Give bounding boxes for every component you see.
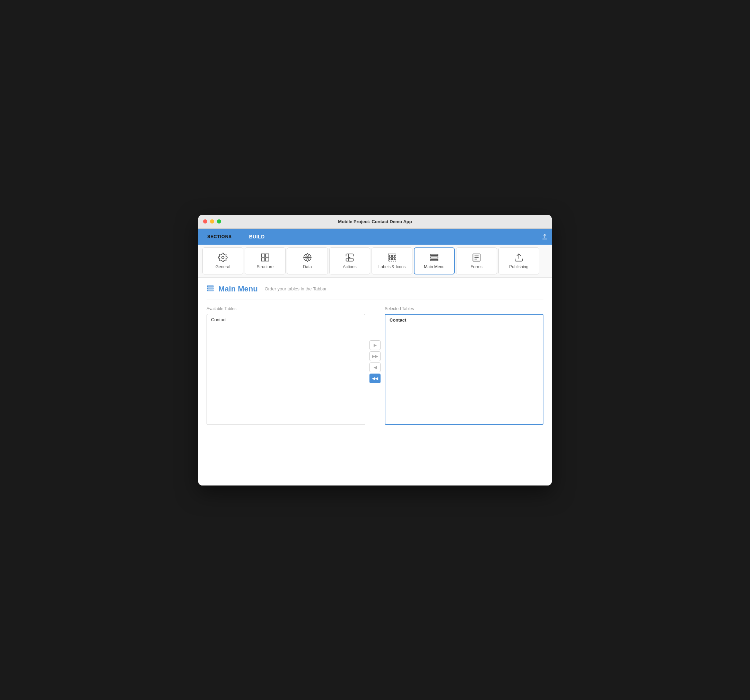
svg-rect-14 xyxy=(431,254,438,255)
transfer-buttons: ▶ ▶▶ ◀ ◀◀ xyxy=(365,306,385,417)
titlebar: Mobile Project: Contact Demo App xyxy=(198,215,552,229)
svg-rect-22 xyxy=(207,286,214,287)
data-icon xyxy=(303,253,312,262)
svg-rect-16 xyxy=(431,259,438,261)
tab-publishing-label: Publishing xyxy=(509,264,528,269)
selected-table-item-contact[interactable]: Contact xyxy=(386,315,543,325)
svg-rect-13 xyxy=(392,258,394,260)
header-bar: SECTIONS BUILD xyxy=(198,229,552,245)
tab-structure-label: Structure xyxy=(257,264,274,269)
toolbar: General Structure Data xyxy=(198,245,552,278)
tab-forms-label: Forms xyxy=(471,264,483,269)
build-tab[interactable]: BUILD xyxy=(242,229,271,245)
available-tables-panel: Available Tables Contact xyxy=(207,306,365,425)
tab-general[interactable]: General xyxy=(203,247,243,275)
svg-rect-12 xyxy=(390,258,392,260)
tab-publishing[interactable]: Publishing xyxy=(498,247,539,275)
tab-labels-icons[interactable]: Labels & Icons xyxy=(372,247,412,275)
tab-data[interactable]: Data xyxy=(287,247,328,275)
tab-structure[interactable]: Structure xyxy=(245,247,286,275)
selected-tables-label: Selected Tables xyxy=(385,306,543,311)
actions-icon xyxy=(345,253,355,262)
tab-main-menu-label: Main Menu xyxy=(424,264,444,269)
gear-icon xyxy=(218,253,228,262)
available-tables-label: Available Tables xyxy=(207,306,365,311)
publishing-icon xyxy=(514,253,524,262)
content-area: Main Menu Order your tables in the Tabba… xyxy=(198,278,552,485)
page-header: Main Menu Order your tables in the Tabba… xyxy=(207,284,543,299)
svg-rect-10 xyxy=(390,255,392,257)
main-menu-header-icon xyxy=(207,284,214,293)
menu-icon xyxy=(429,253,439,262)
app-window: Mobile Project: Contact Demo App SECTION… xyxy=(198,215,552,485)
labels-icon xyxy=(387,253,397,262)
svg-rect-2 xyxy=(266,254,269,257)
tab-actions[interactable]: Actions xyxy=(329,247,370,275)
tab-main-menu[interactable]: Main Menu xyxy=(414,247,455,275)
traffic-lights xyxy=(203,220,221,224)
available-table-item-contact[interactable]: Contact xyxy=(207,314,365,325)
svg-rect-23 xyxy=(207,288,214,289)
tab-general-label: General xyxy=(215,264,231,269)
available-tables-list[interactable]: Contact xyxy=(207,314,365,425)
forms-icon xyxy=(472,253,481,262)
tab-data-label: Data xyxy=(303,264,312,269)
sections-label: SECTIONS xyxy=(204,234,235,239)
close-button[interactable] xyxy=(203,220,207,224)
move-all-right-button[interactable]: ▶▶ xyxy=(369,352,381,361)
structure-icon xyxy=(260,253,270,262)
svg-rect-11 xyxy=(392,255,394,257)
move-right-button[interactable]: ▶ xyxy=(369,340,381,350)
page-title: Main Menu xyxy=(218,284,258,293)
svg-rect-1 xyxy=(262,254,265,257)
svg-point-8 xyxy=(349,257,350,258)
svg-rect-3 xyxy=(262,258,265,261)
tab-actions-label: Actions xyxy=(343,264,356,269)
move-all-left-button[interactable]: ◀◀ xyxy=(369,373,381,383)
window-title: Mobile Project: Contact Demo App xyxy=(338,219,412,224)
svg-rect-24 xyxy=(207,290,214,291)
selected-tables-panel: Selected Tables Contact xyxy=(385,306,543,425)
svg-rect-4 xyxy=(266,258,269,261)
tables-layout: Available Tables Contact ▶ ▶▶ ◀ ◀◀ Selec… xyxy=(207,306,543,425)
tab-forms[interactable]: Forms xyxy=(456,247,497,275)
minimize-button[interactable] xyxy=(210,220,214,224)
upload-button[interactable] xyxy=(538,230,552,244)
move-left-button[interactable]: ◀ xyxy=(369,362,381,372)
selected-tables-list[interactable]: Contact xyxy=(385,314,543,425)
page-subtitle: Order your tables in the Tabbar xyxy=(265,286,327,292)
maximize-button[interactable] xyxy=(217,220,221,224)
svg-rect-15 xyxy=(431,257,438,258)
tab-labels-icons-label: Labels & Icons xyxy=(378,264,406,269)
svg-point-0 xyxy=(222,256,224,258)
